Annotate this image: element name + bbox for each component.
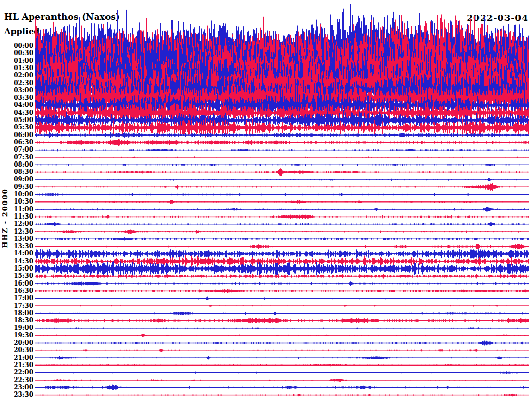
time-label: 19:30 <box>0 332 33 339</box>
time-label: 01:00 <box>0 58 33 64</box>
time-label: 00:00 <box>0 43 33 49</box>
time-label: 14:30 <box>0 258 33 265</box>
time-label: 10:30 <box>0 198 33 205</box>
time-label: 12:00 <box>0 221 33 227</box>
time-label: 06:30 <box>0 139 33 146</box>
time-label: 20:30 <box>0 347 33 354</box>
time-label: 02:30 <box>0 80 33 87</box>
time-label: 12:30 <box>0 228 33 235</box>
time-label: 14:00 <box>0 250 33 257</box>
time-label: 13:00 <box>0 236 33 242</box>
time-label: 08:00 <box>0 161 33 168</box>
time-label: 06:00 <box>0 132 33 139</box>
time-label: 04:00 <box>0 102 33 109</box>
time-label: 07:00 <box>0 146 33 153</box>
time-label: 08:30 <box>0 169 33 176</box>
time-label: 03:00 <box>0 87 33 94</box>
helicorder-page: HL Aperanthos (Naxos) Applied 2022-03-04… <box>0 0 532 405</box>
time-label: 19:00 <box>0 325 33 331</box>
time-label: 11:30 <box>0 213 33 220</box>
time-label: 04:30 <box>0 110 33 116</box>
time-label: 16:30 <box>0 288 33 294</box>
time-label: 20:00 <box>0 340 33 346</box>
time-label: 02:00 <box>0 72 33 79</box>
time-label: 22:30 <box>0 377 33 384</box>
time-label: 09:00 <box>0 176 33 183</box>
time-label: 03:30 <box>0 95 33 101</box>
time-label: 05:00 <box>0 117 33 124</box>
time-label: 23:30 <box>0 392 33 398</box>
time-label: 17:00 <box>0 295 33 302</box>
time-label: 10:00 <box>0 191 33 198</box>
time-label: 23:00 <box>0 384 33 391</box>
time-label: 21:00 <box>0 355 33 361</box>
time-label: 16:00 <box>0 280 33 287</box>
time-label: 15:00 <box>0 265 33 272</box>
time-label: 22:00 <box>0 369 33 376</box>
date-label: 2022-03-04 <box>467 12 528 23</box>
time-label: 18:00 <box>0 310 33 317</box>
time-label: 05:30 <box>0 124 33 131</box>
time-label: 07:30 <box>0 154 33 161</box>
time-label: 21:30 <box>0 362 33 369</box>
time-label: 11:00 <box>0 206 33 213</box>
time-label: 18:30 <box>0 317 33 324</box>
time-label: 00:30 <box>0 50 33 57</box>
time-label: 09:30 <box>0 184 33 191</box>
time-label: 01:30 <box>0 65 33 72</box>
time-label: 17:30 <box>0 303 33 309</box>
time-axis: 00:0000:3001:0001:3002:0002:3003:0003:30… <box>0 0 33 405</box>
time-label: 13:30 <box>0 243 33 250</box>
time-label: 15:30 <box>0 273 33 279</box>
seismogram-canvas <box>0 0 532 405</box>
